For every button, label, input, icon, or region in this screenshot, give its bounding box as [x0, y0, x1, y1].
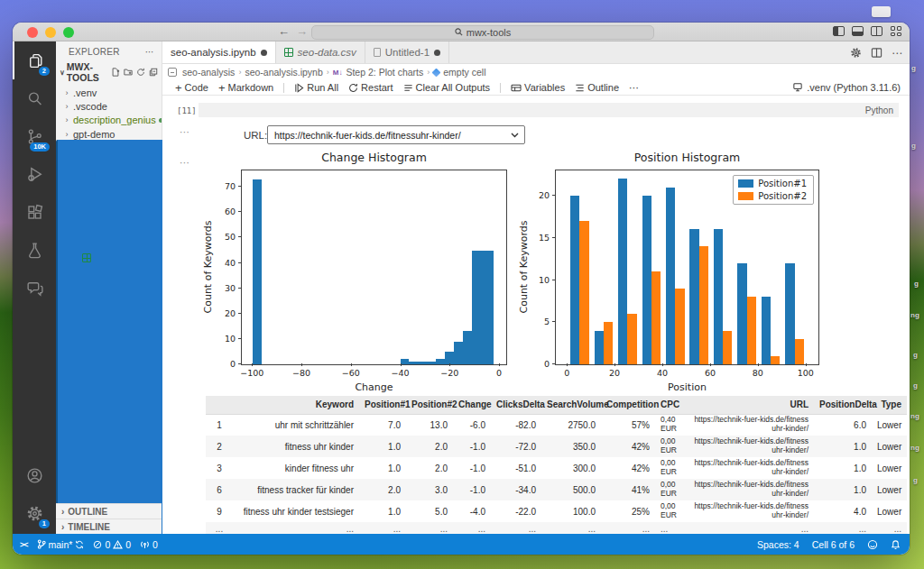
variables-button[interactable]: Variables [511, 82, 565, 93]
split-editor-icon[interactable] [871, 26, 882, 36]
unsaved-dot-icon[interactable] [434, 50, 440, 56]
table-cell: 13.0 [406, 414, 453, 436]
table-cell: 57% [601, 414, 655, 436]
forward-icon[interactable]: → [296, 24, 308, 38]
histogram-bar [445, 352, 454, 364]
cell-toolbar-ellipsis[interactable]: ⋯ [180, 126, 190, 138]
toggle-panel-icon[interactable] [852, 26, 864, 36]
tree-item-seo-analysis-ipynb[interactable]: seo-analysis.ipynb [56, 237, 162, 251]
y-tick [238, 313, 241, 314]
run-all-button[interactable]: Run All [294, 82, 338, 93]
unsaved-dot-icon[interactable] [261, 50, 267, 56]
new-file-icon[interactable] [111, 68, 120, 77]
y-tick [552, 195, 555, 196]
tree-item-description-genius[interactable]: ›description_genius [56, 114, 162, 127]
comments-icon[interactable] [13, 269, 56, 307]
kernel-picker[interactable]: .venv (Python 3.11.6) [792, 82, 901, 93]
clear-all-outputs-button[interactable]: Clear All Outputs [403, 82, 491, 93]
y-tick-label: 70 [225, 181, 236, 191]
tree-item--venv[interactable]: ›.venv [56, 86, 162, 99]
x-tick [567, 363, 568, 366]
column-header: URL [688, 396, 814, 414]
git-branch-item[interactable]: main* [37, 539, 85, 550]
breadcrumb-folder[interactable]: seo-analysis [182, 67, 235, 78]
back-icon[interactable]: ← [278, 24, 290, 38]
toggle-sidebar-icon[interactable] [833, 26, 845, 36]
restart-button[interactable]: Restart [348, 82, 393, 93]
workspace-root[interactable]: ∨ MWX-TOOLS [56, 59, 162, 86]
table-cell: 500.0 [541, 479, 601, 500]
search-icon[interactable] [13, 79, 56, 117]
histogram-bar [642, 196, 651, 364]
tree-item--vscode[interactable]: ›.vscode [56, 99, 162, 113]
column-header: Position#2 [406, 396, 453, 414]
explorer-more-icon[interactable]: ⋯ [145, 47, 154, 57]
tab-seo-analysis-ipynb[interactable]: seo-analysis.ipynb [162, 41, 276, 63]
sync-icon[interactable] [75, 540, 84, 549]
add-code-button[interactable]: +Code [175, 81, 208, 95]
histogram-bar [627, 314, 636, 364]
cell-indicator[interactable]: Cell 6 of 6 [812, 539, 855, 550]
split-editor-icon[interactable] [871, 47, 882, 59]
ports-item[interactable]: 0 [140, 539, 158, 550]
more-actions-icon[interactable]: ⋯ [892, 47, 902, 60]
cell-language-picker[interactable]: Python [865, 106, 893, 115]
feedback-smiley-icon[interactable] [867, 539, 878, 550]
collapse-cells-icon[interactable] [168, 68, 177, 77]
source-control-icon[interactable]: 10K [13, 117, 56, 155]
notifications-bell-icon[interactable] [891, 539, 901, 550]
editor-area: seo-analysis.ipynb seo-data.csv Untitled… [162, 41, 910, 534]
x-tick-label: 80 [753, 368, 763, 378]
execution-count: [11] [177, 106, 197, 115]
account-icon[interactable] [13, 456, 56, 494]
url-dropdown[interactable]: https://technik-fuer-kids.de/fitnessuhr-… [267, 125, 525, 144]
table-cell: 100.0 [541, 500, 601, 522]
y-tick-label: 10 [225, 333, 236, 343]
run-debug-icon[interactable] [13, 155, 56, 193]
breadcrumb-section[interactable]: Step 2: Plot charts [346, 67, 423, 78]
outline-panel-header[interactable]: › OUTLINE [56, 503, 162, 519]
breadcrumb-cell[interactable]: empty cell [443, 67, 485, 78]
timeline-panel-header[interactable]: › TIMELINE [56, 519, 162, 534]
spaces-indicator[interactable]: Spaces: 4 [757, 539, 799, 550]
extensions-icon[interactable] [13, 193, 56, 231]
explorer-badge: 2 [39, 67, 50, 77]
table-cell: 300.0 [541, 457, 601, 479]
file-icon [374, 48, 381, 57]
minimize-window-button[interactable] [45, 27, 56, 38]
command-center-search[interactable]: mwx-tools [311, 25, 654, 40]
code-cell-editor[interactable] [199, 103, 899, 117]
gear-icon[interactable] [850, 47, 862, 59]
url-label: URL: [244, 130, 267, 141]
histogram-bar [454, 342, 463, 364]
remote-indicator[interactable]: >< [20, 540, 28, 549]
explorer-icon[interactable]: 2 [13, 41, 56, 79]
testing-icon[interactable] [13, 231, 56, 269]
table-cell: https://technik-fuer-kids.de/fitnessuhr-… [688, 414, 814, 436]
tab-seo-data-csv[interactable]: seo-data.csv [276, 41, 365, 63]
outline-button[interactable]: Outline [575, 82, 619, 93]
settings-badge: 1 [39, 519, 50, 529]
breadcrumb-file[interactable]: seo-analysis.ipynb [245, 67, 322, 78]
tab-untitled-1[interactable]: Untitled-1 [365, 41, 449, 63]
settings-gear-icon[interactable]: 1 [13, 494, 56, 532]
x-tick [301, 363, 302, 366]
new-folder-icon[interactable] [124, 68, 133, 77]
add-markdown-button[interactable]: +Markdown [218, 81, 273, 95]
histogram-bar [737, 263, 746, 364]
problems-item[interactable]: 0 0 [93, 539, 131, 550]
table-cell: 2750.0 [541, 414, 601, 436]
tree-item-gpt-demo[interactable]: ›gpt-demo [56, 127, 162, 141]
toolbar-more-icon[interactable]: ⋯ [629, 82, 639, 94]
output-ellipsis[interactable]: ⋯ [180, 157, 190, 169]
layout-icon[interactable] [891, 26, 902, 36]
y-tick-label: 10 [539, 274, 550, 284]
collapse-all-icon[interactable] [149, 68, 158, 77]
zoom-window-button[interactable] [63, 27, 74, 38]
refresh-icon[interactable] [136, 68, 145, 77]
close-window-button[interactable] [27, 27, 38, 38]
table-cell: 350.0 [541, 436, 601, 457]
table-cell: 6 [206, 479, 233, 500]
table-cell: fitness uhr kinder testsieger [233, 500, 359, 522]
histogram-bar [409, 362, 418, 364]
